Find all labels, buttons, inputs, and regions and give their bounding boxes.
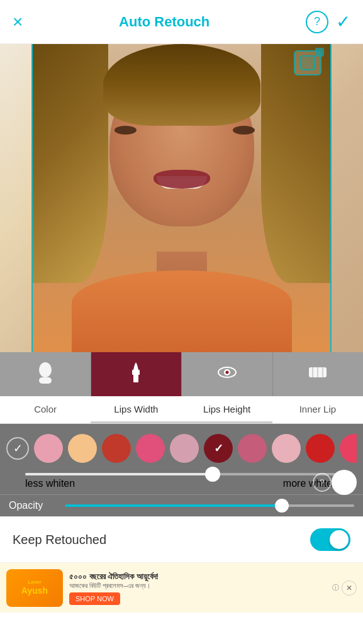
help-button[interactable]: ? bbox=[306, 11, 328, 33]
swatch-rose[interactable] bbox=[272, 434, 301, 463]
toolbar-item-teeth[interactable] bbox=[273, 352, 364, 396]
swatch-crimson[interactable] bbox=[340, 434, 357, 463]
svg-rect-2 bbox=[133, 374, 138, 382]
opacity-label: Opacity bbox=[9, 500, 59, 511]
swatch-peach[interactable] bbox=[68, 434, 97, 463]
image-canvas bbox=[0, 44, 363, 352]
svg-marker-4 bbox=[133, 365, 138, 370]
sticker-icon[interactable] bbox=[294, 50, 325, 82]
swatch-dusty-pink[interactable] bbox=[170, 434, 199, 463]
close-button[interactable]: × bbox=[13, 12, 23, 32]
less-whiten-label: less whiten bbox=[25, 478, 75, 489]
keep-retouched-row: Keep Retouched bbox=[0, 516, 363, 562]
opacity-slider-track[interactable] bbox=[65, 504, 354, 507]
tab-inner-lip[interactable]: Inner Lip bbox=[272, 396, 363, 423]
swatch-light-pink[interactable] bbox=[34, 434, 63, 463]
whitening-slider-thumb[interactable] bbox=[205, 467, 220, 482]
svg-marker-5 bbox=[135, 362, 137, 365]
hair-left bbox=[33, 44, 108, 283]
ad-close-button[interactable]: ✕ bbox=[342, 580, 357, 596]
body bbox=[72, 270, 292, 352]
whitening-control: less whiten more whiten ? bbox=[0, 470, 363, 494]
white-color-swatch[interactable] bbox=[332, 470, 357, 495]
color-swatch-row: ✓ bbox=[6, 431, 357, 465]
tabs-row: Color Lips Width Lips Height Inner Lip bbox=[0, 396, 363, 424]
whitening-labels: less whiten more whiten bbox=[6, 478, 357, 489]
swatch-dark-red[interactable] bbox=[102, 434, 131, 463]
eye-right bbox=[233, 126, 255, 135]
crop-line-right bbox=[330, 44, 332, 352]
hair-top bbox=[103, 44, 260, 126]
face-icon bbox=[34, 361, 57, 388]
svg-point-0 bbox=[39, 362, 52, 377]
svg-rect-1 bbox=[39, 377, 52, 384]
whitening-slider-fill bbox=[25, 473, 213, 475]
keep-retouched-label: Keep Retouched bbox=[13, 533, 106, 547]
ad-info-label: ⓘ bbox=[332, 583, 339, 592]
header: × Auto Retouch ? ✓ bbox=[0, 0, 363, 44]
selected-indicator: ✓ bbox=[6, 437, 29, 460]
svg-point-8 bbox=[225, 370, 228, 374]
ad-subtitle: আজকের বিউটি প্রবলেমস–এর জন্য। bbox=[69, 582, 326, 590]
eye-icon bbox=[216, 361, 238, 388]
tab-lips-width[interactable]: Lips Width bbox=[91, 396, 181, 423]
svg-rect-3 bbox=[132, 370, 140, 375]
ad-title: ৫০০০ বছরের ঐতিহাসিক আয়ুর্বেদ! bbox=[69, 572, 326, 582]
swatch-hot-pink[interactable] bbox=[136, 434, 165, 463]
tab-lips-height[interactable]: Lips Height bbox=[182, 396, 272, 423]
swatch-red[interactable] bbox=[306, 434, 335, 463]
teeth-icon bbox=[306, 361, 329, 388]
opacity-slider-thumb[interactable] bbox=[275, 499, 289, 513]
whitening-slider-area bbox=[6, 473, 357, 475]
toggle-knob bbox=[330, 530, 349, 549]
crop-line-left bbox=[31, 44, 33, 352]
lips bbox=[154, 170, 210, 189]
tab-color[interactable]: Color bbox=[0, 396, 91, 423]
eye-left bbox=[114, 126, 137, 135]
ad-banner: Lever Ayush ৫০০০ বছরের ঐতিহাসিক আয়ুর্বে… bbox=[0, 562, 363, 613]
lipstick-icon bbox=[125, 361, 147, 388]
toolbar-item-face[interactable] bbox=[0, 352, 91, 396]
color-palette: ✓ bbox=[0, 424, 363, 470]
whitening-slider-track[interactable] bbox=[25, 473, 338, 475]
ad-cta-button[interactable]: SHOP NOW bbox=[69, 592, 120, 605]
photo-area bbox=[33, 44, 330, 352]
opacity-control: Opacity bbox=[0, 494, 363, 516]
opacity-slider-fill bbox=[65, 504, 282, 507]
toolbar-item-eye[interactable] bbox=[182, 352, 273, 396]
image-overlay bbox=[0, 44, 363, 352]
confirm-button[interactable]: ✓ bbox=[336, 11, 350, 32]
page-title: Auto Retouch bbox=[119, 14, 209, 30]
swatch-mauve[interactable] bbox=[238, 434, 267, 463]
toolbar-item-lipstick[interactable] bbox=[91, 352, 182, 396]
whitening-help-button[interactable]: ? bbox=[313, 473, 332, 492]
keep-retouched-toggle[interactable] bbox=[310, 528, 350, 551]
ad-product-image: Lever Ayush bbox=[6, 569, 63, 607]
swatch-burgundy[interactable] bbox=[204, 434, 233, 463]
ad-text-area: ৫০০০ বছরের ঐতিহাসিক আয়ুর্বেদ! আজকের বিউ… bbox=[69, 572, 326, 604]
tool-toolbar bbox=[0, 352, 363, 396]
